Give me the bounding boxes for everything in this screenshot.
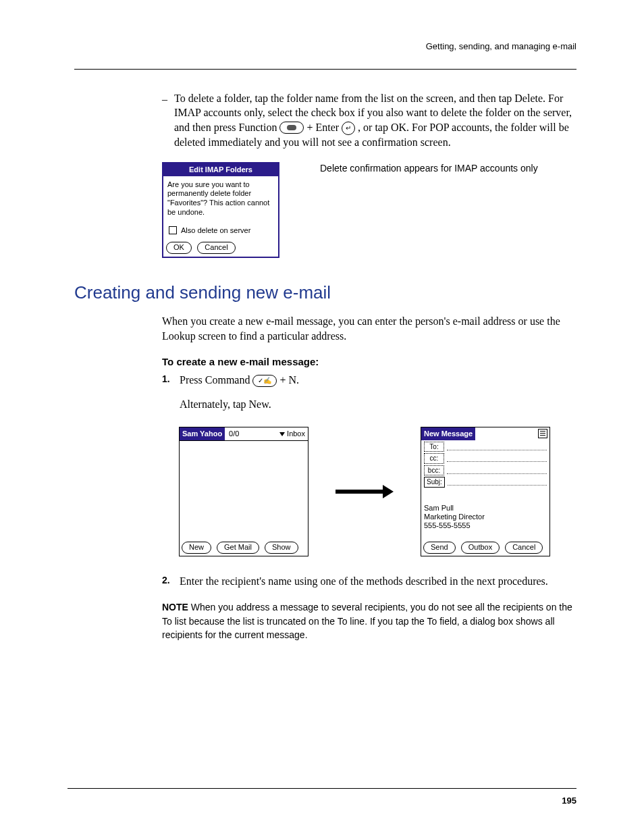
inbox-folder-label: Inbox	[287, 429, 305, 438]
subj-field[interactable]	[448, 478, 547, 486]
inbox-folder-menu[interactable]: Inbox	[277, 427, 308, 440]
inbox-count: 0/0	[225, 427, 277, 440]
step-1-text-b: + N.	[279, 374, 299, 386]
enter-key-icon: ↵	[342, 122, 355, 135]
step-1-number: 1.	[162, 373, 174, 388]
show-button[interactable]: Show	[265, 542, 298, 554]
procedure-subhead: To create a new e-mail message:	[162, 355, 576, 369]
bullet-dash: –	[162, 91, 167, 150]
step-2-number: 2.	[162, 574, 174, 589]
delete-folder-bullet: – To delete a folder, tap the folder nam…	[162, 91, 576, 150]
bullet-text: To delete a folder, tap the folder name …	[174, 91, 576, 150]
inbox-list-area	[180, 441, 308, 540]
running-head: Getting, sending, and managing e-mail	[74, 41, 576, 53]
note-block: NOTE When you address a message to sever…	[162, 600, 576, 642]
document-icon[interactable]	[538, 429, 547, 438]
section-heading: Creating and sending new e-mail	[74, 281, 576, 305]
new-button[interactable]: New	[182, 542, 211, 554]
step-1-alt: Alternately, tap New.	[180, 397, 576, 412]
arrow-icon	[336, 486, 394, 498]
chevron-down-icon	[279, 432, 285, 436]
send-button[interactable]: Send	[423, 542, 456, 554]
bcc-label[interactable]: bcc:	[424, 465, 444, 476]
function-key-icon	[279, 122, 304, 134]
sig-phone: 555-555-5555	[424, 521, 547, 530]
bullet-text-b: + Enter	[306, 122, 342, 133]
step-2: 2. Enter the recipient's name using one …	[162, 574, 576, 589]
to-field[interactable]	[447, 443, 547, 450]
dialog-body: Are you sure you want to permanently del…	[163, 176, 278, 221]
ok-button[interactable]: OK	[166, 242, 192, 254]
compose-screen: New Message To: cc: bcc: Subj: Sam Pull …	[421, 427, 550, 556]
sig-title: Marketing Director	[424, 513, 547, 521]
note-label: NOTE	[162, 602, 188, 613]
step-1-text-a: Press Command	[180, 374, 252, 386]
page-number: 195	[562, 795, 576, 807]
command-key-icon: ✓✍	[252, 375, 277, 387]
cancel-button[interactable]: Cancel	[197, 242, 235, 254]
header-rule	[74, 69, 576, 70]
step-2-text: Enter the recipient's name using one of …	[180, 574, 576, 589]
step-1: 1. Press Command ✓✍ + N.	[162, 373, 576, 388]
inbox-account-title: Sam Yahoo	[180, 427, 225, 440]
cc-field[interactable]	[447, 454, 547, 462]
note-text: When you address a message to several re…	[162, 602, 572, 640]
subj-label[interactable]: Subj:	[424, 477, 445, 488]
also-delete-checkbox[interactable]	[169, 226, 177, 234]
dialog-caption: Delete confirmation appears for IMAP acc…	[320, 162, 538, 175]
edit-imap-dialog: Edit IMAP Folders Are you sure you want …	[162, 162, 279, 258]
bcc-field[interactable]	[447, 467, 547, 474]
section-intro: When you create a new e-mail message, yo…	[162, 314, 576, 343]
to-label[interactable]: To:	[424, 442, 444, 452]
cc-label[interactable]: cc:	[424, 453, 444, 464]
signature-block: Sam Pull Marketing Director 555-555-5555	[424, 504, 547, 531]
inbox-screen: Sam Yahoo 0/0 Inbox New Get Mail Show	[179, 427, 308, 556]
get-mail-button[interactable]: Get Mail	[217, 542, 259, 554]
compose-cancel-button[interactable]: Cancel	[505, 542, 543, 554]
outbox-button[interactable]: Outbox	[461, 542, 500, 554]
also-delete-label: Also delete on server	[181, 226, 250, 236]
sig-name: Sam Pull	[424, 504, 547, 513]
compose-title: New Message	[421, 427, 475, 440]
dialog-title: Edit IMAP Folders	[163, 163, 278, 176]
